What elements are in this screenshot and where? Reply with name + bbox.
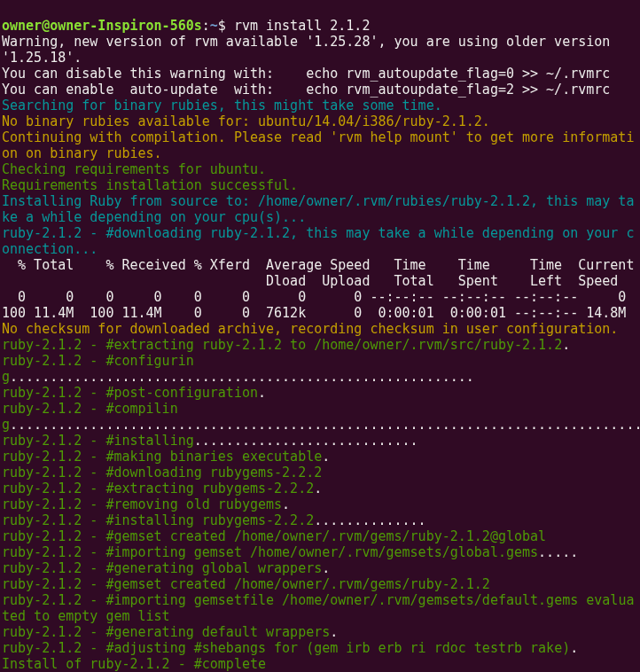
step-prefix: ruby-2.1.2 - # bbox=[2, 481, 113, 496]
output-line: Continuing with compilation. Please read… bbox=[2, 129, 638, 161]
step-dots: . bbox=[314, 481, 322, 496]
step-prefix: ruby-2.1.2 - # bbox=[2, 576, 113, 592]
output-line: Requirements installation successful. bbox=[2, 177, 638, 193]
step-dots: . bbox=[562, 337, 570, 353]
step-prefix: ruby-2.1.2 - # bbox=[2, 496, 113, 512]
step-dots: ........................................… bbox=[10, 417, 640, 433]
step-line: ruby-2.1.2 - #gemset created /home/owner… bbox=[2, 576, 638, 592]
step-action: gemset created /home/owner/.rvm/gems/rub… bbox=[113, 528, 546, 544]
step-line: ruby-2.1.2 - #extracting ruby-2.1.2 to /… bbox=[2, 337, 638, 353]
step-prefix: ruby-2.1.2 - # bbox=[2, 401, 113, 417]
step-action: generating default wrappers bbox=[113, 624, 330, 640]
step-line: ruby-2.1.2 - #removing old rubygems. bbox=[2, 496, 638, 512]
step-action: extracting rubygems-2.2.2 bbox=[113, 481, 314, 496]
step-line: ruby-2.1.2 - #generating global wrappers… bbox=[2, 560, 638, 576]
step-prefix: ruby-2.1.2 - # bbox=[2, 544, 113, 560]
step-line: ruby-2.1.2 - #gemset created /home/owner… bbox=[2, 528, 638, 544]
step-action: extracting ruby-2.1.2 to /home/owner/.rv… bbox=[113, 337, 562, 353]
step-line: ruby-2.1.2 - #importing gemsetfile /home… bbox=[2, 592, 638, 624]
output-line: Dload Upload Total Spent Left Speed bbox=[2, 273, 638, 289]
step-line: ruby-2.1.2 - #installing................… bbox=[2, 433, 638, 449]
step-dots: . bbox=[258, 385, 266, 401]
terminal-output[interactable]: owner@owner-Inspiron-560s:~$ rvm install… bbox=[2, 2, 638, 672]
final-line: Install of ruby-2.1.2 - #complete bbox=[2, 656, 638, 672]
step-prefix: ruby-2.1.2 - # bbox=[2, 640, 113, 656]
step-dots: ........................................… bbox=[10, 369, 474, 385]
step-dots: . bbox=[322, 449, 330, 465]
output-line: ruby-2.1.2 - #downloading ruby-2.1.2, th… bbox=[2, 225, 638, 257]
step-prefix: ruby-2.1.2 - # bbox=[2, 560, 113, 576]
step-dots: . bbox=[282, 496, 290, 512]
prompt-end: $ bbox=[218, 18, 234, 34]
step-prefix: ruby-2.1.2 - # bbox=[2, 465, 113, 481]
step-line: ruby-2.1.2 - #extracting rubygems-2.2.2. bbox=[2, 481, 638, 496]
step-line: ruby-2.1.2 - #generating default wrapper… bbox=[2, 624, 638, 640]
output-line: Installing Ruby from source to: /home/ow… bbox=[2, 193, 638, 225]
step-action: installing bbox=[113, 433, 193, 449]
step-action: making binaries executable bbox=[113, 449, 322, 465]
step-action: post-configuration bbox=[113, 385, 258, 401]
prompt-sep: : bbox=[202, 18, 210, 34]
step-line: ruby-2.1.2 - #downloading rubygems-2.2.2 bbox=[2, 465, 638, 481]
step-action: installing rubygems-2.2.2 bbox=[113, 512, 314, 528]
output-line: 0 0 0 0 0 0 0 0 --:--:-- --:--:-- --:--:… bbox=[2, 289, 638, 305]
step-line: ruby-2.1.2 - #post-configuration. bbox=[2, 385, 638, 401]
step-prefix: ruby-2.1.2 - # bbox=[2, 528, 113, 544]
step-line: ruby-2.1.2 - #configuring...............… bbox=[2, 353, 638, 385]
step-line: ruby-2.1.2 - #compiling.................… bbox=[2, 401, 638, 433]
step-action: adjusting #shebangs for (gem irb erb ri … bbox=[113, 640, 570, 656]
output-line: Warning, new version of rvm available '1… bbox=[2, 34, 638, 66]
output-line: Checking requirements for ubuntu. bbox=[2, 161, 638, 177]
output-line: You can enable auto-update with: echo rv… bbox=[2, 82, 638, 98]
step-line: ruby-2.1.2 - #making binaries executable… bbox=[2, 449, 638, 465]
step-action: generating global wrappers bbox=[113, 560, 322, 576]
prompt-path: ~ bbox=[210, 18, 218, 34]
step-prefix: ruby-2.1.2 - # bbox=[2, 512, 113, 528]
step-dots: ..... bbox=[538, 544, 578, 560]
step-line: ruby-2.1.2 - #adjusting #shebangs for (g… bbox=[2, 640, 638, 656]
step-prefix: ruby-2.1.2 - # bbox=[2, 337, 113, 353]
step-action: gemset created /home/owner/.rvm/gems/rub… bbox=[113, 576, 489, 592]
output-line: 100 11.4M 100 11.4M 0 0 7612k 0 0:00:01 … bbox=[2, 305, 638, 321]
output-line: % Total % Received % Xferd Average Speed… bbox=[2, 257, 638, 273]
output-line: Searching for binary rubies, this might … bbox=[2, 98, 638, 113]
step-action: removing old rubygems bbox=[113, 496, 282, 512]
step-dots: . bbox=[330, 624, 338, 640]
step-dots: . bbox=[570, 640, 578, 656]
step-dots: ............................ bbox=[194, 433, 418, 449]
step-prefix: ruby-2.1.2 - # bbox=[2, 624, 113, 640]
step-action: importing gemset /home/owner/.rvm/gemset… bbox=[113, 544, 538, 560]
step-prefix: ruby-2.1.2 - # bbox=[2, 449, 113, 465]
output-line: You can disable this warning with: echo … bbox=[2, 66, 638, 82]
output-line: No checksum for downloaded archive, reco… bbox=[2, 321, 638, 337]
step-prefix: ruby-2.1.2 - # bbox=[2, 433, 113, 449]
command-text: rvm install 2.1.2 bbox=[234, 18, 371, 34]
step-dots: .............. bbox=[314, 512, 425, 528]
step-line: ruby-2.1.2 - #importing gemset /home/own… bbox=[2, 544, 638, 560]
step-prefix: ruby-2.1.2 - # bbox=[2, 353, 113, 369]
step-prefix: ruby-2.1.2 - # bbox=[2, 592, 113, 608]
step-line: ruby-2.1.2 - #installing rubygems-2.2.2.… bbox=[2, 512, 638, 528]
prompt-user: owner@owner-Inspiron-560s bbox=[2, 18, 202, 34]
step-action: downloading rubygems-2.2.2 bbox=[113, 465, 322, 481]
step-dots: . bbox=[322, 560, 330, 576]
step-prefix: ruby-2.1.2 - # bbox=[2, 385, 113, 401]
output-line: No binary rubies available for: ubuntu/1… bbox=[2, 113, 638, 129]
